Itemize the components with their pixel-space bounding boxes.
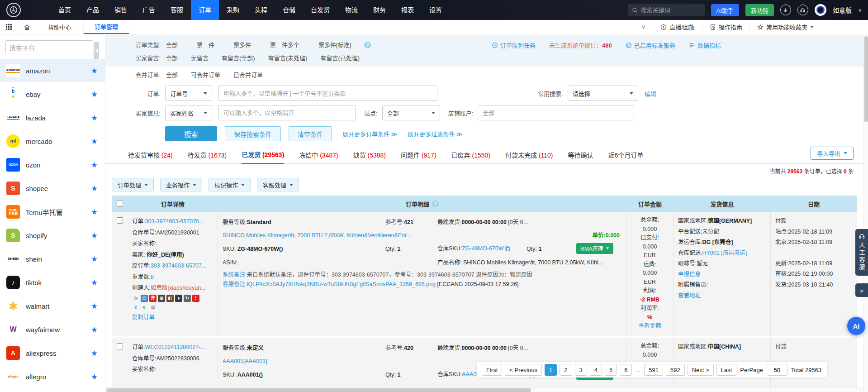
tab-order-management[interactable]: 订单管理	[84, 20, 129, 34]
favorite-star-icon[interactable]: ★	[91, 254, 98, 264]
global-search-input[interactable]	[641, 7, 695, 14]
refresh-icon[interactable]: ↻	[184, 295, 191, 302]
apps-grid-icon[interactable]	[0, 20, 18, 34]
page-1-button[interactable]: 1	[545, 364, 557, 376]
customer-service-tab[interactable]: 人工客服	[855, 229, 868, 276]
headset-icon[interactable]	[797, 5, 808, 15]
favorites-menu[interactable]: 常用功能收藏夹	[749, 24, 821, 31]
import-export-button[interactable]: 导入导出	[811, 147, 854, 160]
sidebar-item-lazada[interactable]: LAZADAlazada★	[0, 106, 105, 129]
status-tab-discarded[interactable]: 已废弃 (1550)	[451, 150, 490, 163]
e-green-icon[interactable]: e	[141, 304, 148, 311]
nav-item-logistics[interactable]: 物流	[337, 0, 365, 20]
filter-option[interactable]: 可合并订单	[191, 68, 220, 81]
page-next-button[interactable]: Next >	[688, 364, 714, 376]
select-all-checkbox[interactable]	[117, 201, 123, 207]
clear-conditions-button[interactable]: 清空条件	[289, 126, 332, 141]
status-tab-recent-6-months[interactable]: 近6个月订单	[608, 150, 644, 163]
page-591-button[interactable]: 591	[644, 364, 663, 376]
original-order-link[interactable]: 303-3974603-65707...	[151, 263, 206, 269]
favorite-star-icon[interactable]: ★	[91, 231, 98, 240]
nav-item-product[interactable]: 产品	[79, 0, 107, 20]
ai-fab-button[interactable]: AI	[847, 317, 865, 335]
status-tab-pending-review[interactable]: 待发货审核 (24)	[128, 150, 173, 163]
version-label[interactable]: 如意版	[833, 5, 852, 14]
declare-info-link[interactable]: 申报信息	[678, 271, 701, 277]
buyer-field-select[interactable]: 买家姓名	[165, 105, 212, 120]
nav-item-finance[interactable]: 财务	[365, 0, 394, 20]
status-tab-shipped[interactable]: 已发货 (29563)	[242, 150, 284, 164]
sidebar-collapse-handle[interactable]	[94, 42, 99, 59]
platform-search-input[interactable]	[9, 44, 91, 51]
view-address-link[interactable]: 查看地址	[678, 292, 701, 299]
warehouse-sku-link[interactable]: ZG-48MO-670W	[462, 245, 503, 252]
order-queue-task-link[interactable]: 订单队列任务	[492, 41, 536, 49]
vertical-scrollbar-thumb[interactable]	[864, 36, 868, 122]
per-page-input[interactable]	[767, 364, 787, 376]
new-features-button[interactable]: 新功能	[745, 4, 774, 16]
filter-option[interactable]: 无留言	[191, 52, 209, 65]
toolbar-mark-op-button[interactable]: 标记操作	[209, 178, 251, 191]
help-icon[interactable]: ?	[364, 42, 371, 48]
favorite-star-icon[interactable]: ★	[91, 90, 98, 99]
warehouse-delivery-link[interactable]: HY001 [海邑海运]	[702, 250, 747, 256]
version-chevron-icon[interactable]: ∨	[858, 7, 862, 13]
hot-badge-icon[interactable]: 齐	[149, 295, 157, 302]
sidebar-item-shopee[interactable]: Sshopee★	[0, 177, 105, 200]
favorite-star-icon[interactable]: ★	[91, 184, 98, 193]
page-6-button[interactable]: 6	[620, 364, 632, 376]
status-tab-pending-ship[interactable]: 待发货 (1673)	[188, 150, 227, 163]
truck-icon[interactable]: ♦	[175, 295, 182, 302]
nav-item-orders[interactable]: 订单	[191, 0, 219, 20]
nav-item-settings[interactable]: 设置	[422, 0, 450, 20]
data-metrics-link[interactable]: 数据指标	[689, 41, 721, 49]
sidebar-item-shein[interactable]: SHEINshein★	[0, 247, 105, 271]
page-last-button[interactable]: Last	[716, 364, 737, 376]
horizontal-scrollbar-thumb[interactable]	[106, 388, 531, 392]
platform-search-box[interactable]	[5, 40, 93, 54]
buyer-value-input[interactable]	[218, 105, 356, 120]
order-number-link[interactable]: WEC0122411280027-...	[145, 344, 205, 350]
user-avatar[interactable]	[815, 4, 826, 16]
horizontal-scrollbar[interactable]	[105, 387, 863, 392]
page-4-button[interactable]: 4	[590, 364, 602, 376]
save-search-button[interactable]: 保存搜索条件	[225, 126, 281, 141]
download-icon[interactable]	[780, 5, 791, 15]
toolbar-business-op-button[interactable]: 业务操作	[160, 178, 202, 191]
global-search-box[interactable]	[628, 4, 705, 16]
site-select[interactable]: 全部	[382, 105, 440, 120]
favorite-star-icon[interactable]: ★	[91, 66, 98, 76]
zoom-icon[interactable]: ◎	[132, 295, 139, 302]
help-icon[interactable]: ?	[432, 201, 439, 207]
status-tab-awaiting-confirm[interactable]: 等待确认	[568, 150, 593, 163]
toolbar-service-handle-button[interactable]: 客服处理	[257, 178, 299, 191]
favorite-star-icon[interactable]: ★	[91, 278, 98, 287]
sidebar-item-ebay[interactable]: ebayebay★	[0, 82, 105, 106]
filter-option[interactable]: 全部	[166, 38, 178, 52]
sidebar-item-temu[interactable]: TEMU半托管Temu半托管★	[0, 200, 105, 224]
edit-quick-search-link[interactable]: 编辑	[645, 89, 656, 98]
favorite-star-icon[interactable]: ★	[91, 372, 98, 382]
sidebar-item-ozon[interactable]: OZONozon★	[0, 153, 105, 177]
page-3-button[interactable]: 3	[575, 364, 587, 376]
ai-assistant-button[interactable]: AI助手	[711, 4, 739, 16]
nav-item-reports[interactable]: 报表	[394, 0, 422, 20]
product-title-link[interactable]: AAA001[AAA001]	[223, 358, 267, 364]
page-first-button[interactable]: First	[482, 364, 502, 376]
filter-option[interactable]: 一票多件[标准]	[313, 38, 351, 52]
copy-order-link[interactable]: 复制订单	[132, 314, 155, 320]
shop-account-input[interactable]	[478, 105, 634, 120]
more-filter-conditions-link[interactable]: 展开更多过滤条件 ≫	[408, 129, 462, 138]
copy-icon[interactable]	[505, 243, 510, 256]
status-tab-frozen[interactable]: 冻结中 (3487)	[299, 150, 338, 163]
filter-option[interactable]: 全部	[166, 52, 178, 65]
filter-option[interactable]: 全部	[166, 68, 178, 81]
filter-option[interactable]: 一票多件	[228, 38, 251, 52]
nav-item-purchase[interactable]: 采购	[219, 0, 247, 20]
favorite-star-icon[interactable]: ★	[91, 113, 98, 123]
nav-item-selfship[interactable]: 自发货	[303, 0, 337, 20]
camera-icon[interactable]: ▣	[158, 295, 165, 302]
page-2-button[interactable]: 2	[560, 364, 572, 376]
nav-item-home[interactable]: 首页	[51, 0, 79, 20]
favorite-star-icon[interactable]: ★	[91, 160, 98, 170]
